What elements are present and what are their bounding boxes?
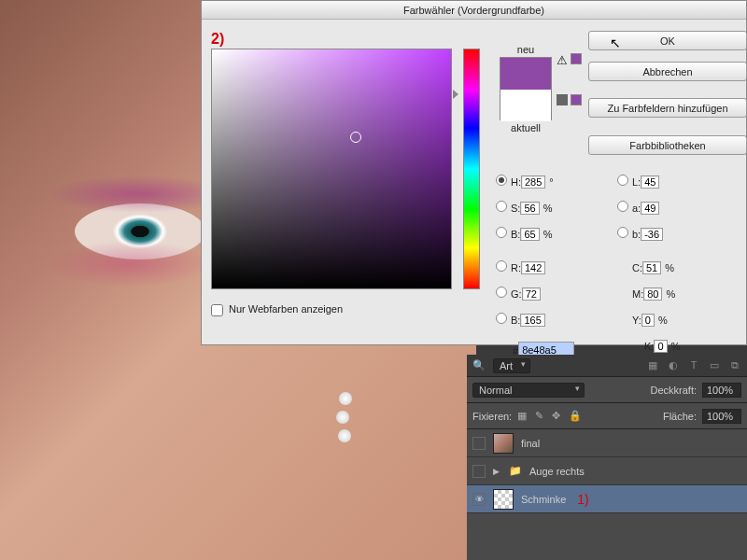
filter-pixel-icon[interactable]: ▦ [646,359,659,371]
a-input[interactable]: 49 [641,202,659,215]
search-icon[interactable]: 🔍 [472,359,486,371]
saturation-brightness-field[interactable] [211,49,452,289]
layer-name[interactable]: final [521,438,540,449]
color-value-inputs: H:285° L:45 S:56% a:49 B:65% b:-36 R:142… [496,169,746,359]
h-input[interactable]: 285 [521,175,545,189]
layers-panel: 🔍 Art ▦ ◐ T ▭ ⧉ Normal Deckkraft: 100% F… [467,355,747,560]
photo-eye [75,203,205,259]
b-lab-label: b: [632,229,641,240]
visibility-toggle[interactable] [472,465,486,478]
color-picker-cursor[interactable] [350,132,361,143]
fill-label: Fläche: [663,411,697,422]
filter-type-icon[interactable]: T [687,359,700,371]
b-hsb-radio[interactable] [496,227,507,238]
visibility-toggle[interactable] [472,493,486,506]
s-label: S: [511,203,520,214]
annotation-1: 1) [577,492,588,507]
layer-filter-dropdown[interactable]: Art [493,358,530,373]
folder-icon: 📁 [509,465,522,477]
lock-position-icon[interactable]: ✥ [552,410,560,421]
a-radio[interactable] [617,201,628,212]
disclosure-triangle-icon[interactable]: ▶ [493,467,500,476]
layer-thumbnail[interactable] [493,433,514,454]
new-color-swatch[interactable] [500,58,551,90]
k-input[interactable]: 0 [654,340,667,353]
photo-earrings [336,392,355,448]
layer-thumbnail[interactable] [493,489,514,510]
r-radio[interactable] [496,260,507,272]
gamut-warning-swatch[interactable] [571,53,582,64]
opacity-label: Deckkraft: [650,385,697,396]
filter-adjustment-icon[interactable]: ◐ [667,359,680,371]
hue-slider[interactable] [463,49,480,289]
l-label: L: [632,176,641,188]
b-hsb-label: B: [511,229,520,240]
s-radio[interactable] [496,201,507,212]
b-hsb-input[interactable]: 65 [520,228,539,241]
current-color-label: aktuell [493,122,558,133]
g-radio[interactable] [496,287,507,298]
m-input[interactable]: 80 [643,287,662,301]
hue-slider-arrow[interactable] [453,90,458,99]
layer-row-group[interactable]: ▶ 📁 Auge rechts [467,457,747,485]
filter-shape-icon[interactable]: ▭ [708,359,721,371]
m-label: M: [632,288,643,300]
add-to-swatches-button[interactable]: Zu Farbfeldern hinzufügen [588,98,747,118]
b-rgb-input[interactable]: 165 [520,314,544,327]
websafe-warning-icon[interactable] [557,94,568,105]
color-picker-dialog: Farbwähler (Vordergrundfarbe) 2) neu akt… [201,0,747,345]
y-label: Y: [632,315,641,326]
new-color-label: neu [493,44,558,55]
b-rgb-label: B: [511,315,520,326]
c-label: C: [632,262,642,273]
layer-row-schminke[interactable]: Schminke 1) [467,485,747,513]
layer-name[interactable]: Auge rechts [529,466,585,477]
l-input[interactable]: 45 [641,175,659,189]
lock-pixels-icon[interactable]: ✎ [535,410,543,421]
blend-mode-dropdown[interactable]: Normal [472,383,585,398]
g-label: G: [511,288,522,300]
fill-input[interactable]: 100% [702,409,741,424]
h-radio[interactable] [496,175,507,186]
gamut-warning-icon[interactable]: ⚠ [557,53,568,67]
s-input[interactable]: 56 [520,202,539,215]
lock-label: Fixieren: [472,411,512,422]
a-label: a: [632,203,641,214]
lock-transparency-icon[interactable]: ▦ [517,410,527,421]
b-rgb-radio[interactable] [496,313,507,324]
dialog-title: Farbwähler (Vordergrundfarbe) [202,1,746,20]
r-input[interactable]: 142 [521,261,545,274]
r-label: R: [511,262,521,273]
visibility-toggle[interactable] [472,437,486,450]
layer-row-final[interactable]: final [467,429,747,457]
k-label: K: [644,341,654,352]
b-lab-radio[interactable] [617,227,628,238]
lock-all-icon[interactable]: 🔒 [569,410,582,421]
web-colors-only-checkbox[interactable]: Nur Webfarben anzeigen [211,303,343,316]
filter-smart-icon[interactable]: ⧉ [728,359,741,371]
websafe-warning-swatch[interactable] [571,94,582,105]
layer-name[interactable]: Schminke [521,494,566,505]
opacity-input[interactable]: 100% [702,383,741,398]
g-input[interactable]: 72 [522,287,541,301]
mouse-cursor: ↖ [610,35,621,50]
b-lab-input[interactable]: -36 [641,228,663,241]
y-input[interactable]: 0 [641,314,655,327]
l-radio[interactable] [617,175,628,186]
h-label: H: [511,176,521,188]
cancel-button[interactable]: Abbrechen [588,62,747,81]
c-input[interactable]: 51 [642,261,661,274]
annotation-2: 2) [211,31,224,48]
current-color-swatch[interactable] [500,90,551,121]
color-libraries-button[interactable]: Farbbibliotheken [588,135,747,155]
color-swatch [500,57,552,120]
